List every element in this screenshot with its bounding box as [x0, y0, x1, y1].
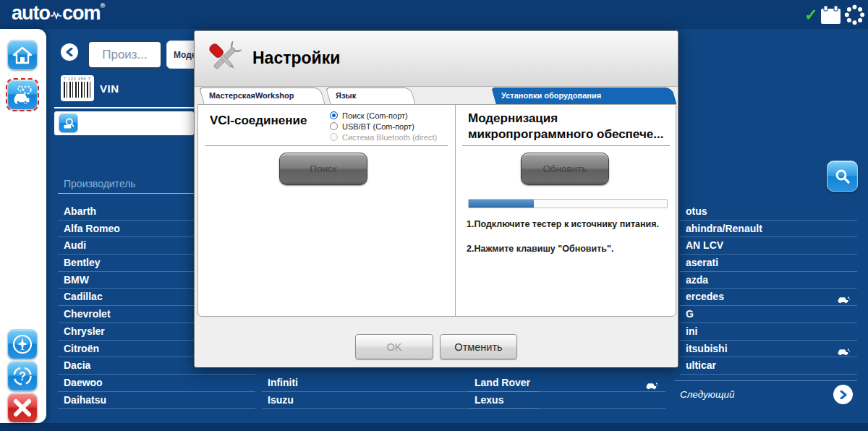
list-item[interactable]: ahindra/Renault: [680, 221, 857, 238]
tab-label: Установки оборудования: [491, 88, 672, 104]
chevron-right-icon: [840, 391, 847, 399]
list-item[interactable]: Daewoo: [58, 375, 255, 392]
search-button[interactable]: [827, 161, 858, 192]
dialog-footer: [195, 317, 678, 367]
firmware-title-line1: Модернизация: [468, 111, 663, 127]
list-item[interactable]: Land Rover: [469, 375, 665, 392]
firmware-step-2: 2.Нажмите клавишу "Обновить".: [467, 244, 613, 254]
list-item[interactable]: ercedes: [680, 289, 857, 306]
list-item[interactable]: Daihatsu: [58, 392, 255, 409]
producer-input[interactable]: [88, 40, 162, 69]
list-item[interactable]: aserati: [680, 255, 857, 272]
dialog-content: VCI-соединение Поиск (Com-порт) USB/BT (…: [197, 104, 676, 317]
list-item[interactable]: ini: [680, 323, 857, 341]
radio-label: Система Bluetooth (direct): [342, 133, 437, 142]
radio-com-search[interactable]: Поиск (Com-порт): [330, 110, 437, 121]
vin-search-icon: [59, 114, 78, 133]
question-icon: ?: [12, 365, 33, 387]
list-item[interactable]: Lexus: [469, 392, 665, 409]
tab-workshop[interactable]: МастерскаяWorkshop: [199, 88, 320, 104]
search-icon: [834, 168, 851, 185]
autocom-logo: autocom®: [12, 2, 104, 25]
vehicle-settings-button[interactable]: [7, 80, 38, 110]
firmware-progress-bar: [468, 199, 668, 208]
list-item[interactable]: AN LCV: [680, 237, 857, 255]
settings-dialog: Настройки МастерскаяWorkshop Язык Устано…: [194, 30, 678, 367]
gear-spinner-icon[interactable]: [843, 4, 866, 29]
divider: [455, 105, 456, 316]
flight-mode-button[interactable]: [7, 329, 38, 359]
home-icon: [12, 45, 33, 65]
close-icon: [12, 398, 33, 418]
vin-search-input[interactable]: [82, 113, 190, 133]
radio-label: USB/BT (Com-порт): [342, 122, 414, 131]
top-header: autocom® ✓: [0, 0, 868, 29]
dialog-titlebar: Настройки: [195, 31, 678, 87]
chevron-left-icon: [66, 48, 73, 56]
tools-icon: [204, 38, 244, 82]
radio-icon: [330, 122, 338, 130]
vci-section-title: VCI-соединение: [210, 114, 307, 128]
firmware-progress-fill: [469, 200, 534, 208]
divider: [205, 145, 448, 146]
vin-label: VIN: [100, 82, 119, 95]
divider: [674, 380, 857, 381]
list-item-label: Lexus: [475, 394, 503, 406]
tab-label: МастерскаяWorkshop: [199, 88, 320, 104]
firmware-section-title: Модернизация микропрограммного обеспече.…: [468, 111, 663, 142]
vci-search-button[interactable]: Поиск: [279, 153, 367, 185]
back-button[interactable]: [61, 43, 78, 61]
next-page-label[interactable]: Следующий: [680, 389, 734, 400]
firmware-step-1: 1.Подключите тестер к источнику питания.: [467, 219, 659, 229]
radio-usb-bt[interactable]: USB/BT (Com-порт): [330, 121, 437, 132]
car-gear-icon: [12, 84, 33, 106]
tab-language[interactable]: Язык: [326, 88, 411, 104]
cancel-button[interactable]: Отменить: [440, 334, 517, 359]
vin-barcode-icon[interactable]: 7 123 456 789 4: [61, 75, 94, 101]
list-item[interactable]: G: [680, 306, 857, 323]
list-item[interactable]: itsubishi: [680, 341, 857, 358]
divider: [462, 145, 670, 146]
tab-hardware-settings[interactable]: Установки оборудования: [491, 88, 672, 104]
radio-label: Поиск (Com-порт): [342, 111, 408, 120]
svg-text:?: ?: [19, 370, 26, 383]
firmware-update-button[interactable]: Обновить: [521, 153, 609, 185]
list-item[interactable]: ulticar: [680, 357, 857, 375]
dialog-title: Настройки: [252, 48, 340, 68]
vin-search-field: [54, 111, 194, 135]
exit-button[interactable]: [7, 393, 38, 423]
tab-label: Язык: [326, 88, 411, 104]
list-header: Производитель: [64, 178, 136, 189]
logo-text-right: com: [62, 2, 101, 24]
list-item-label: itsubishi: [686, 343, 728, 354]
app-window: autocom® ✓: [0, 0, 868, 431]
divider: [54, 107, 194, 108]
vci-radio-group: Поиск (Com-порт) USB/BT (Com-порт) Систе…: [330, 110, 437, 142]
sidebar: ?: [0, 29, 46, 423]
list-item-label: Land Rover: [475, 377, 530, 388]
airplane-icon: [12, 333, 33, 355]
home-button[interactable]: [7, 40, 38, 70]
bottom-strip: [0, 423, 868, 431]
radio-disabled-icon: [330, 133, 338, 141]
list-item[interactable]: otus: [680, 203, 857, 221]
manufacturer-column-3: Land Rover Lexus: [469, 375, 665, 409]
list-item[interactable]: azda: [680, 272, 857, 289]
list-item-label: ercedes: [686, 291, 724, 302]
radio-selected-icon: [330, 111, 338, 119]
calendar-icon[interactable]: [820, 5, 841, 27]
status-check-icon: ✓: [804, 6, 817, 25]
next-page-button[interactable]: [833, 385, 853, 404]
firmware-title-line2: микропрограммного обеспече...: [468, 127, 663, 142]
manufacturer-column-4: otus ahindra/Renault AN LCV aserati azda…: [680, 203, 857, 375]
radio-bluetooth-direct: Система Bluetooth (direct): [330, 132, 437, 142]
ok-button[interactable]: OK: [355, 334, 433, 359]
pulse-icon: [51, 10, 61, 20]
help-button[interactable]: ?: [7, 361, 38, 391]
logo-trademark: ®: [101, 2, 105, 9]
logo-text-left: auto: [12, 2, 50, 24]
